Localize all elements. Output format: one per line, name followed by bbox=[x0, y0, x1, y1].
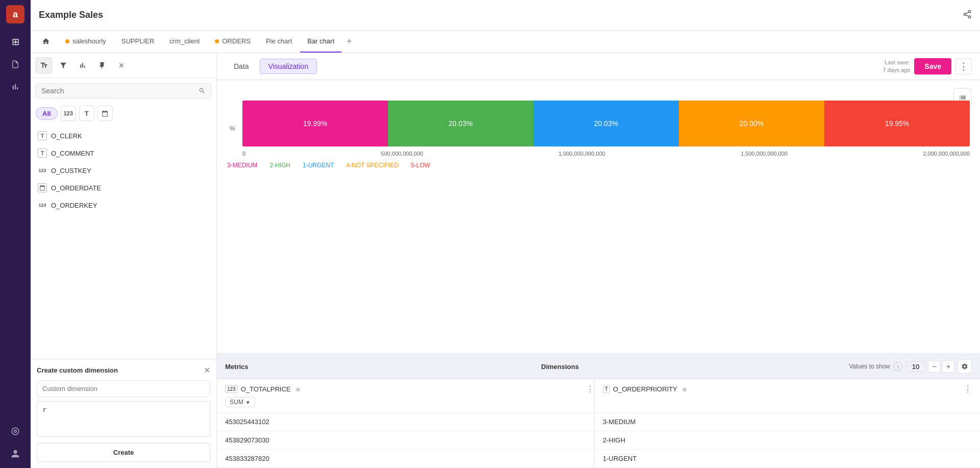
chart-mode-button[interactable] bbox=[75, 57, 91, 73]
right-panel: Data Visualization Last save: 7 days ago… bbox=[217, 53, 980, 468]
home-icon bbox=[42, 37, 50, 45]
tab-label: saleshourly bbox=[72, 37, 106, 45]
stacked-bar: 19.99% 20.03% 20.03% 20.00% bbox=[242, 101, 970, 146]
filter-text-button[interactable]: T bbox=[79, 106, 94, 121]
tab-supplier[interactable]: SUPPLIER bbox=[114, 31, 161, 53]
date-type-icon bbox=[38, 183, 47, 192]
custom-dim-formula-input[interactable]: r bbox=[37, 401, 210, 437]
toolbar-actions: Last save: 7 days ago Save ⋮ bbox=[883, 58, 972, 75]
field-item-o-orderdate[interactable]: O_ORDERDATE bbox=[31, 179, 216, 196]
data-tab[interactable]: Data bbox=[225, 59, 258, 74]
tab-label: SUPPLIER bbox=[121, 37, 154, 45]
tab-bar-chart[interactable]: Bar chart bbox=[300, 31, 341, 53]
text-type-icon: T bbox=[38, 131, 47, 140]
nav-user[interactable] bbox=[6, 445, 24, 463]
tab-orders[interactable]: ORDERS bbox=[208, 31, 258, 53]
dims-field-header: T O_ORDERPRIORITY ≡ ⋮ bbox=[595, 379, 972, 412]
nav-document[interactable] bbox=[6, 55, 24, 73]
field-name: O_CUSTKEY bbox=[51, 167, 91, 175]
bar-chart-wrapper: % 19.99% 20.03% 20.03% bbox=[227, 101, 970, 157]
settings-icon bbox=[961, 363, 968, 370]
custom-dimension-panel: Create custom dimension ✕ r Create bbox=[31, 359, 216, 468]
metric-cell: 453829073030 bbox=[225, 431, 595, 449]
metrics-field-header: 123 O_TOTALPRICE ≡ ⋮ SUM ▼ bbox=[225, 379, 595, 412]
close-panel-button[interactable] bbox=[113, 57, 130, 73]
num-type-icon: 123 bbox=[38, 201, 47, 210]
svg-line-3 bbox=[966, 15, 968, 16]
metric-cell: 453025443102 bbox=[225, 413, 595, 431]
bar-segment-high: 20.03% bbox=[388, 101, 533, 146]
increase-values-button[interactable]: + bbox=[942, 360, 954, 373]
data-table-header: Metrics Dimensions Values to show i 10 −… bbox=[217, 354, 980, 379]
create-button[interactable]: Create bbox=[37, 443, 210, 462]
tab-pie-chart[interactable]: Pie chart bbox=[259, 31, 299, 53]
values-info-icon[interactable]: i bbox=[893, 362, 902, 371]
segment-label: 20.03% bbox=[594, 119, 618, 128]
metric-sort-icon[interactable]: ≡ bbox=[296, 385, 300, 393]
nav-chart[interactable] bbox=[6, 78, 24, 96]
field-item-o-comment[interactable]: T O_COMMENT bbox=[31, 144, 216, 162]
filter-all-button[interactable]: All bbox=[36, 107, 58, 120]
nav-dashboard[interactable]: ⊞ bbox=[6, 33, 24, 51]
bar-segment-low: 19.95% bbox=[824, 101, 970, 146]
field-name: O_ORDERKEY bbox=[51, 202, 97, 209]
dim-sort-icon[interactable]: ≡ bbox=[682, 385, 687, 393]
bar-chart-container: % 19.99% 20.03% 20.03% bbox=[227, 101, 970, 169]
dims-col-header: Dimensions bbox=[541, 363, 849, 371]
nav-settings[interactable] bbox=[6, 422, 24, 440]
x-axis-label: 1,000,000,000,000 bbox=[558, 151, 605, 157]
metric-field-header: 123 O_TOTALPRICE ≡ ⋮ bbox=[225, 384, 594, 394]
dim-menu-icon[interactable]: ⋮ bbox=[964, 384, 972, 394]
bar-chart: 19.99% 20.03% 20.03% 20.00% bbox=[242, 101, 970, 157]
pin-icon bbox=[98, 61, 106, 69]
last-save-label: Last save: bbox=[883, 59, 910, 66]
filter-mode-button[interactable] bbox=[55, 57, 71, 73]
field-item-o-clerk[interactable]: T O_CLERK bbox=[31, 127, 216, 144]
tab-dot bbox=[215, 39, 219, 43]
top-header: Example Sales bbox=[31, 0, 980, 31]
view-tabs: Data Visualization bbox=[225, 59, 317, 74]
add-tab-button[interactable]: + bbox=[342, 34, 356, 49]
text-mode-button[interactable] bbox=[36, 57, 52, 73]
search-input[interactable] bbox=[41, 87, 195, 95]
field-item-o-orderkey[interactable]: 123 O_ORDERKEY bbox=[31, 196, 216, 214]
x-axis-label: 500,000,000,000 bbox=[381, 151, 423, 157]
table-settings-button[interactable] bbox=[958, 359, 972, 374]
aggregation-dropdown[interactable]: SUM ▼ bbox=[225, 397, 255, 407]
segment-label: 20.00% bbox=[740, 119, 764, 128]
metric-cell: 453833287820 bbox=[225, 450, 595, 467]
svg-line-4 bbox=[966, 12, 968, 13]
metric-menu-icon[interactable]: ⋮ bbox=[586, 384, 594, 394]
content-layout: All 123 T T O_CLERK T O_COMMENT 123 bbox=[31, 53, 980, 468]
table-row: 453025443102 3-MEDIUM bbox=[217, 413, 980, 431]
tab-saleshourly[interactable]: saleshourly bbox=[58, 31, 113, 53]
filter-num-button[interactable]: 123 bbox=[61, 106, 76, 121]
tab-crm_client[interactable]: crm_client bbox=[162, 31, 207, 53]
decrease-values-button[interactable]: − bbox=[928, 360, 940, 373]
save-button[interactable]: Save bbox=[914, 58, 951, 75]
visualization-tab[interactable]: Visualization bbox=[260, 59, 317, 74]
share-button[interactable] bbox=[963, 10, 972, 21]
last-save-text: Last save: 7 days ago bbox=[883, 59, 910, 75]
values-number: 10 bbox=[905, 361, 926, 372]
custom-dim-name-input[interactable] bbox=[37, 380, 210, 397]
values-label: Values to show bbox=[849, 363, 891, 370]
tab-dot bbox=[65, 39, 69, 43]
y-axis-label: % bbox=[227, 125, 237, 132]
search-icon bbox=[199, 87, 206, 94]
table-row: 453833287820 1-URGENT bbox=[217, 450, 980, 468]
field-item-o-custkey[interactable]: 123 O_CUSTKEY bbox=[31, 162, 216, 179]
filter-date-button[interactable] bbox=[97, 106, 113, 121]
close-custom-dim-button[interactable]: ✕ bbox=[204, 365, 210, 375]
x-axis: 0 500,000,000,000 1,000,000,000,000 1,50… bbox=[242, 151, 970, 157]
dim-cell: 1-URGENT bbox=[595, 450, 972, 467]
metric-field-badge: 123 bbox=[225, 385, 238, 393]
tab-home[interactable] bbox=[35, 31, 57, 53]
more-options-button[interactable]: ⋮ bbox=[955, 58, 972, 75]
custom-dim-header: Create custom dimension ✕ bbox=[37, 365, 210, 375]
pin-button[interactable] bbox=[94, 57, 110, 73]
main-content: Example Sales saleshourly SUPPLIER crm_c… bbox=[31, 0, 980, 468]
legend-item-low: 5-LOW bbox=[411, 162, 430, 169]
left-panel: All 123 T T O_CLERK T O_COMMENT 123 bbox=[31, 53, 217, 468]
dim-field-name: O_ORDERPRIORITY bbox=[613, 385, 677, 393]
